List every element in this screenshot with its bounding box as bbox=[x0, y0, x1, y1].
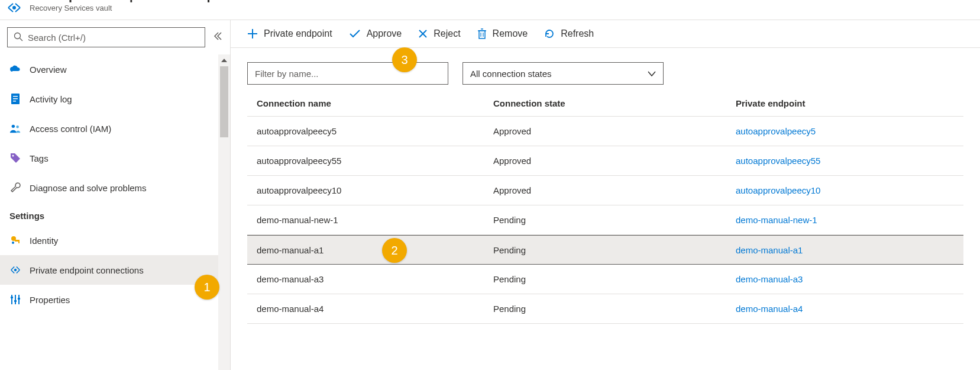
table-row[interactable]: autoapprovalpeecy10 Approved autoapprova… bbox=[247, 176, 963, 205]
cell-state: Approved bbox=[484, 156, 726, 166]
people-icon bbox=[9, 123, 21, 134]
svg-rect-25 bbox=[479, 31, 485, 38]
cmd-label: Private endpoint bbox=[264, 28, 332, 39]
sidebar-item-private-endpoint-connections[interactable]: Private endpoint connections bbox=[0, 255, 218, 285]
svg-point-13 bbox=[12, 242, 14, 244]
endpoint-icon bbox=[9, 265, 21, 275]
cell-name: autoapprovalpeecy10 bbox=[247, 185, 484, 195]
svg-point-14 bbox=[15, 269, 17, 271]
table-header: Connection name Connection state Private… bbox=[247, 91, 963, 117]
sidebar-item-activity-log[interactable]: Activity log bbox=[0, 84, 218, 114]
approve-button[interactable]: Approve bbox=[349, 28, 402, 39]
callout-badge-3: 3 bbox=[392, 47, 417, 72]
endpoint-icon bbox=[6, 1, 22, 16]
sidebar-item-label: Diagnose and solve problems bbox=[30, 183, 147, 193]
cell-state: Approved bbox=[484, 126, 726, 136]
svg-point-9 bbox=[12, 155, 14, 157]
plus-icon bbox=[247, 28, 258, 39]
svg-point-7 bbox=[12, 125, 15, 128]
sidebar-search-input[interactable] bbox=[28, 33, 199, 43]
sidebar-item-label: Access control (IAM) bbox=[30, 124, 111, 134]
cell-name: demo-manual-new-1 bbox=[247, 215, 484, 225]
svg-rect-19 bbox=[14, 300, 17, 302]
scrollbar-up-button[interactable] bbox=[218, 54, 230, 66]
reject-button[interactable]: Reject bbox=[418, 28, 460, 39]
svg-rect-12 bbox=[18, 242, 20, 243]
sidebar-search[interactable] bbox=[7, 27, 205, 47]
cell-state: Pending bbox=[484, 304, 726, 314]
table-row[interactable]: demo-manual-a4 Pending demo-manual-a4 bbox=[247, 294, 963, 324]
cell-name: demo-manual-a3 bbox=[247, 274, 484, 284]
svg-point-0 bbox=[13, 7, 15, 9]
cmd-label: Refresh bbox=[561, 28, 594, 39]
wrench-icon bbox=[9, 182, 21, 194]
table-row[interactable]: demo-manual-a1 Pending demo-manual-a1 2 bbox=[247, 235, 963, 265]
remove-button[interactable]: Remove bbox=[477, 28, 528, 39]
svg-rect-11 bbox=[15, 240, 20, 242]
connection-state-select[interactable]: All connection states bbox=[462, 62, 664, 85]
svg-point-8 bbox=[16, 126, 19, 128]
sidebar-section-settings: Settings bbox=[0, 202, 218, 226]
cmd-label: Approve bbox=[367, 28, 402, 39]
page-subtitle: Recovery Services vault bbox=[30, 4, 319, 12]
collapse-sidebar-button[interactable] bbox=[210, 31, 224, 44]
cmd-label: Reject bbox=[434, 28, 460, 39]
connections-table: Connection name Connection state Private… bbox=[231, 91, 980, 324]
page-header: demo-pevault-2 | Private endpoint connec… bbox=[0, 0, 980, 20]
sidebar-item-label: Identity bbox=[30, 236, 58, 246]
chevron-down-icon bbox=[648, 69, 656, 79]
table-row[interactable]: demo-manual-a3 Pending demo-manual-a3 bbox=[247, 265, 963, 294]
sidebar-item-label: Activity log bbox=[30, 94, 72, 104]
cell-endpoint-link[interactable]: demo-manual-a4 bbox=[726, 304, 963, 314]
sidebar-item-properties[interactable]: Properties bbox=[0, 285, 218, 314]
cell-endpoint-link[interactable]: demo-manual-new-1 bbox=[726, 215, 963, 225]
svg-rect-4 bbox=[13, 96, 18, 97]
trash-icon bbox=[477, 28, 487, 39]
sidebar-scrollbar[interactable] bbox=[218, 54, 230, 370]
table-row[interactable]: demo-manual-new-1 Pending demo-manual-ne… bbox=[247, 205, 963, 235]
refresh-icon bbox=[544, 28, 555, 39]
cell-endpoint-link[interactable]: autoapprovalpeecy5 bbox=[726, 126, 963, 136]
col-connection-state[interactable]: Connection state bbox=[484, 98, 726, 108]
cell-name: demo-manual-a1 bbox=[247, 245, 484, 255]
cell-endpoint-link[interactable]: autoapprovalpeecy10 bbox=[726, 185, 963, 195]
cell-state: Pending bbox=[484, 245, 726, 255]
sidebar: Overview Activity log Access control (IA… bbox=[0, 20, 231, 370]
check-icon bbox=[349, 29, 361, 38]
sidebar-item-overview[interactable]: Overview bbox=[0, 54, 218, 84]
callout-badge-1: 1 bbox=[195, 275, 219, 300]
cell-endpoint-link[interactable]: demo-manual-a1 bbox=[726, 245, 963, 255]
cell-endpoint-link[interactable]: autoapprovalpeecy55 bbox=[726, 156, 963, 166]
sidebar-item-diagnose[interactable]: Diagnose and solve problems bbox=[0, 173, 218, 202]
svg-point-1 bbox=[15, 33, 21, 38]
cell-state: Pending bbox=[484, 215, 726, 225]
cell-state: Pending bbox=[484, 274, 726, 284]
callout-badge-2: 2 bbox=[382, 238, 407, 263]
cell-endpoint-link[interactable]: demo-manual-a3 bbox=[726, 274, 963, 284]
svg-rect-18 bbox=[11, 297, 13, 298]
sidebar-item-label: Overview bbox=[30, 65, 67, 75]
sidebar-item-access-control[interactable]: Access control (IAM) bbox=[0, 114, 218, 143]
svg-rect-6 bbox=[13, 101, 16, 102]
select-label: All connection states bbox=[470, 69, 552, 79]
svg-rect-5 bbox=[13, 98, 18, 99]
refresh-button[interactable]: Refresh bbox=[544, 28, 594, 39]
table-row[interactable]: autoapprovalpeecy5 Approved autoapproval… bbox=[247, 117, 963, 146]
command-bar: Private endpoint Approve Reject Remove bbox=[231, 20, 980, 48]
col-connection-name[interactable]: Connection name bbox=[247, 98, 484, 108]
svg-rect-20 bbox=[18, 298, 20, 300]
cell-name: autoapprovalpeecy55 bbox=[247, 156, 484, 166]
table-row[interactable]: autoapprovalpeecy55 Approved autoapprova… bbox=[247, 146, 963, 176]
search-icon bbox=[14, 32, 23, 43]
cell-state: Approved bbox=[484, 185, 726, 195]
sidebar-item-label: Tags bbox=[30, 153, 48, 163]
cell-name: autoapprovalpeecy5 bbox=[247, 126, 484, 136]
col-private-endpoint[interactable]: Private endpoint bbox=[726, 98, 963, 108]
cloud-icon bbox=[9, 65, 21, 74]
sidebar-item-identity[interactable]: Identity bbox=[0, 226, 218, 255]
scrollbar-thumb[interactable] bbox=[220, 66, 228, 137]
sidebar-item-tags[interactable]: Tags bbox=[0, 143, 218, 173]
add-private-endpoint-button[interactable]: Private endpoint bbox=[247, 28, 332, 39]
cmd-label: Remove bbox=[493, 28, 528, 39]
filter-by-name-input[interactable] bbox=[247, 62, 448, 85]
